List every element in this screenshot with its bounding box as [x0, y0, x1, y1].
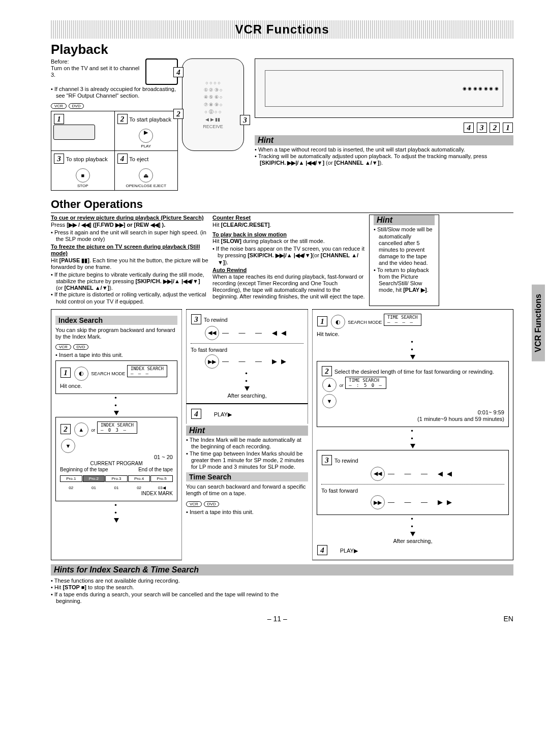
remote-callout-3: 3	[240, 115, 250, 125]
ts-play-label: PLAY▶	[340, 548, 358, 554]
hint1-item1: When a tape without record tab is insert…	[255, 146, 513, 153]
hintR-b1: Still/Slow mode will be automatically ca…	[374, 226, 435, 266]
still-mode-head: To freeze the picture on TV screen durin…	[51, 244, 208, 257]
page-title-band: VCR Functions	[51, 20, 513, 39]
stop-button-icon[interactable]: ■	[76, 168, 90, 183]
mid-ff-label: To fast forward	[191, 347, 227, 353]
ts-step2-num: 2	[322, 366, 332, 376]
playback-steps-table: 1 2 To start playback ▶ PLAY 3 To stop p…	[51, 111, 178, 191]
step4-text: To eject	[129, 156, 148, 162]
ts-after-label: After searching,	[317, 538, 509, 545]
autorew-body: When a tape reaches its end during playb…	[212, 274, 365, 300]
search-mode-label: SEARCH MODE	[91, 371, 125, 376]
current-program-label: CURRENT PROGRAM	[60, 461, 173, 467]
remote-callout-2: 2	[173, 109, 184, 119]
vcr-unit-illustration: ◉ ◉ ◉ ◉ ◉ ◉ ◉	[255, 58, 513, 118]
still-note2: If the picture is distorted or rolling v…	[51, 291, 208, 305]
index-step1-num: 1	[60, 368, 71, 378]
index-hit-once: Hit once.	[60, 383, 82, 389]
ts-rewind-label: To rewind	[334, 458, 358, 464]
sidebar-tab: VCR Functions	[532, 285, 545, 361]
play-button-icon[interactable]: ▶	[139, 129, 153, 143]
index-insert: Insert a tape into this unit.	[55, 352, 177, 358]
ch-down-button[interactable]: ▼	[61, 439, 75, 453]
step3-text: To stop playback	[66, 156, 108, 162]
unit-callout-3: 3	[477, 123, 487, 133]
index-intro: You can skip the program backward and fo…	[55, 327, 177, 340]
down-arrow-icon-2: ••	[55, 501, 177, 524]
still-mode-body: Hit [PAUSE ▮▮]. Each time you hit the bu…	[51, 257, 208, 270]
before-block: Before: Turn on the TV and set it to cha…	[51, 58, 178, 99]
picture-search-head: To cue or review picture during playback…	[51, 215, 208, 221]
index-step2-num: 2	[60, 424, 71, 434]
hints-combo-b2: Hit [STOP ■] to stop the search.	[51, 584, 305, 591]
mid-step4-num: 4	[191, 409, 201, 419]
tape-begin: Beginning of the tape	[60, 467, 108, 473]
unit-callout-4: 4	[464, 123, 474, 133]
ch-up-button-2[interactable]: ▲	[322, 378, 337, 392]
ts-step3-num: 3	[322, 455, 332, 465]
index-mark-label: INDEX MARK	[60, 491, 173, 497]
index-range: 01 ~ 20	[60, 454, 173, 461]
ts-ff-label: To fast forward	[321, 488, 358, 494]
index-lcd2: INDEX SEARCH— 0 3 —	[97, 421, 137, 434]
time-search-title: Time Search	[186, 472, 308, 481]
hint1-title: Hint	[255, 135, 513, 145]
page-number: – 11 –	[267, 615, 287, 623]
vcr-badge: VCR	[51, 103, 67, 109]
step-1-num: 1	[54, 114, 64, 124]
index-search-title: Index Search	[55, 316, 177, 325]
playback-heading: Playback	[51, 42, 513, 57]
step2-text: To start playback	[129, 116, 171, 123]
ts-step4-num: 4	[317, 545, 327, 555]
hint2-b1: The Index Mark will be made automaticall…	[186, 437, 308, 450]
ts-step1-num: 1	[317, 316, 327, 326]
slow-note: If the noise bars appear on the TV scree…	[212, 246, 365, 266]
ch-up-button[interactable]: ▲	[74, 422, 88, 437]
rewind-button[interactable]: ◀◀	[205, 326, 219, 340]
index-lcd1: INDEX SEARCH— — —	[127, 365, 167, 377]
hintR-title: Hint	[374, 215, 435, 225]
hint1-item2: Tracking will be automatically adjusted …	[255, 153, 513, 166]
ch-down-button-2[interactable]: ▼	[322, 394, 337, 408]
remote-callout-4: 4	[173, 67, 184, 77]
slow-head: To play back in slow motion	[212, 231, 365, 238]
hints-combo-title: Hints for Index Search & Time Search	[51, 564, 513, 576]
fastforward-button-2[interactable]: ▶▶	[371, 495, 385, 509]
unit-callout-2: 2	[490, 123, 500, 133]
still-note1: If the picture begins to vibrate vertica…	[51, 271, 208, 292]
lang-code: EN	[504, 615, 513, 623]
step-4-num: 4	[117, 154, 128, 164]
other-ops-heading: Other Operations	[51, 198, 513, 211]
counter-reset-body: Hit [CLEAR/C.RESET].	[212, 222, 365, 228]
down-arrow-icon: ••	[55, 394, 177, 417]
hints-combo-b1: These functions are not available during…	[51, 578, 305, 584]
vcr-badge-3: VCR	[186, 501, 202, 507]
before-note: If channel 3 is already occupied for bro…	[51, 86, 178, 99]
time-insert: Insert a tape into this unit.	[186, 509, 308, 516]
unit-callout-1: 1	[503, 123, 513, 133]
dvd-badge-3: DVD	[204, 501, 220, 507]
dvd-badge: DVD	[69, 103, 84, 109]
fastforward-button[interactable]: ▶▶	[205, 354, 219, 369]
eject-button-icon[interactable]: ⏏	[139, 168, 153, 183]
ts-lcd1: TIME SEARCH— — — —	[384, 314, 421, 326]
hint2-b2: The time gap between Index Marks should …	[186, 450, 308, 471]
time-intro: You can search backward and forward a sp…	[186, 483, 308, 497]
picture-search-body: Press [▶▶ / ◀◀] ([F.FWD ▶▶] or [REW ◀◀] …	[51, 222, 208, 228]
search-mode-button-2[interactable]: ◐	[331, 315, 345, 329]
ts-searchmode-label: SEARCH MODE	[348, 320, 382, 325]
rewind-button-2[interactable]: ◀◀	[371, 467, 385, 481]
mid-after-label: After searching,	[191, 392, 303, 399]
counter-reset-head: Counter Reset	[212, 215, 365, 221]
hint2-title: Hint	[186, 426, 308, 436]
search-mode-button[interactable]: ◐	[74, 367, 88, 381]
slow-body: Hit [SLOW] during playback or the still …	[212, 238, 365, 245]
vcr-slot-icon	[53, 125, 95, 140]
before-label: Before:	[51, 58, 142, 65]
program-bar: Pro.1 Pro.2 Pro.3 Pro.4 Pro.5	[60, 475, 173, 482]
step-2-num: 2	[117, 114, 128, 124]
step-3-num: 3	[54, 154, 64, 164]
mid-rewind-label: To rewind	[204, 317, 228, 323]
ts-step2-text: Select the desired length of time for fa…	[334, 369, 494, 375]
